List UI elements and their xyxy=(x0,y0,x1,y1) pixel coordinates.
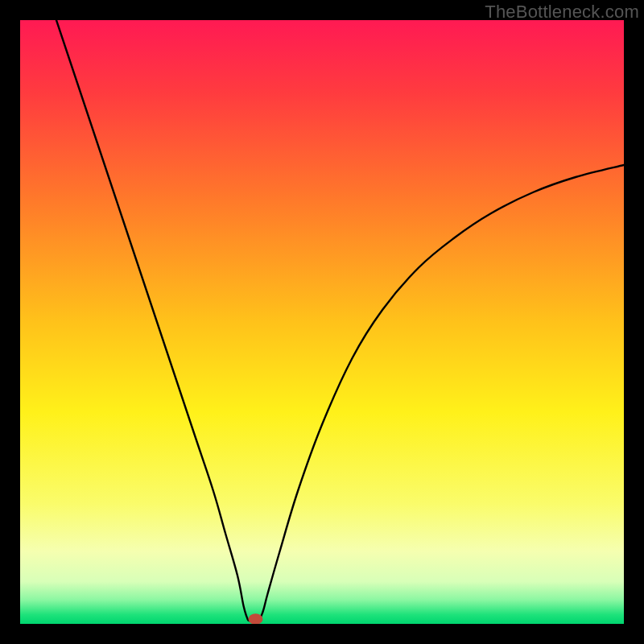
bottleneck-chart xyxy=(20,20,624,624)
chart-frame xyxy=(20,20,624,624)
gradient-background xyxy=(20,20,624,624)
